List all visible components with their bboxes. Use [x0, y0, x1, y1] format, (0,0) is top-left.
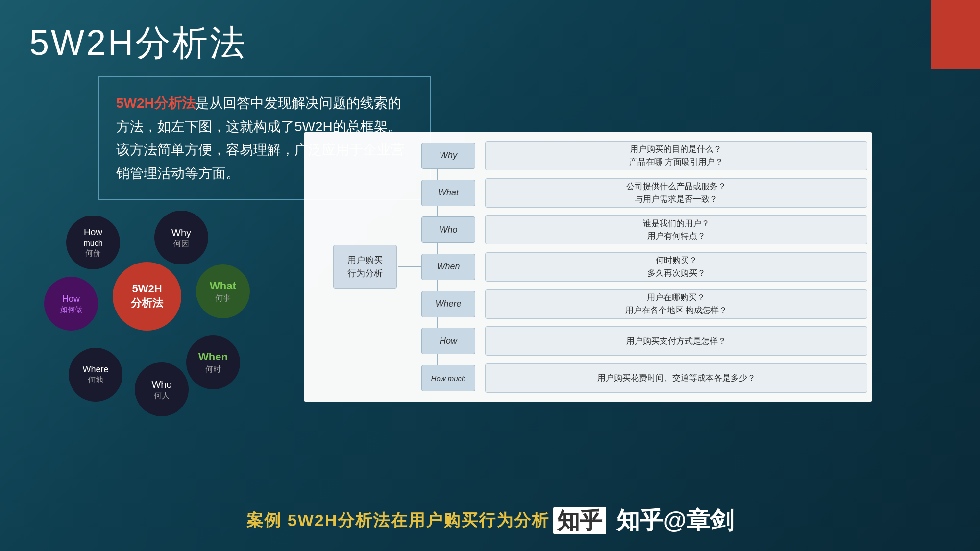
row-why-label: Why [421, 143, 475, 169]
bubble-how: How 如何做 [44, 277, 98, 331]
row-what-content: 公司提供什么产品或服务？与用户需求是否一致？ [485, 178, 867, 208]
row-how-label: How [421, 328, 475, 354]
footer-brand-zh: 知乎 [553, 507, 606, 534]
bubble-center: 5W2H 分析法 [113, 262, 181, 331]
bubble-howmuch-label: How [84, 226, 102, 239]
row-where: Where 用户在哪购买？用户在各个地区 构成怎样？ [421, 287, 867, 321]
row-when-label: When [421, 254, 475, 280]
row-why: Why 用户购买的目的是什么？产品在哪 方面吸引用户？ [421, 139, 867, 172]
bubble-what-label: What [210, 279, 236, 293]
row-who: Who 谁是我们的用户？用户有何特点？ [421, 213, 867, 246]
center-box-line1: 用户购买 [347, 254, 383, 267]
row-where-label: Where [421, 291, 475, 317]
bubble-when: When 何时 [186, 335, 240, 389]
bubble-who-label: Who [151, 378, 172, 391]
bubble-where-sub: 何地 [88, 375, 103, 385]
bubble-why-sub: 何因 [173, 239, 189, 249]
row-what: What 公司提供什么产品或服务？与用户需求是否一致？ [421, 176, 867, 210]
row-who-label: Who [421, 216, 475, 243]
bubble-diagram: How much 何价 Why 何因 What 何事 5W2H 分析法 How … [29, 186, 274, 407]
row-where-content: 用户在哪购买？用户在各个地区 构成怎样？ [485, 289, 867, 319]
footer: 案例 5W2H分析法在用户购买行为分析 知乎 知乎@章剑 [0, 505, 980, 536]
footer-brand: 知乎 知乎@章剑 [553, 505, 733, 536]
footer-text: 案例 5W2H分析法在用户购买行为分析 [246, 509, 549, 532]
description-highlight: 5W2H分析法 [116, 96, 196, 111]
bubble-center-line1: 5W2H [132, 282, 162, 296]
bubble-who: Who 何人 [135, 362, 189, 416]
bubble-howmuch: How much 何价 [66, 216, 120, 269]
footer-brand-at: 知乎@章剑 [616, 507, 734, 533]
center-box-line2: 行为分析 [347, 267, 383, 280]
bubble-when-label: When [198, 350, 228, 364]
bubble-howmuch-sub1: much [83, 239, 102, 249]
center-box: 用户购买 行为分析 [333, 245, 397, 289]
diagram-container: 用户购买 行为分析 Why 用户购买的目的是什么？产品在哪 方面吸引用户？ [304, 132, 872, 402]
diagram-rows: Why 用户购买的目的是什么？产品在哪 方面吸引用户？ What 公司提供什么产… [421, 137, 867, 397]
bubble-where: Where 何地 [69, 348, 122, 402]
row-why-content: 用户购买的目的是什么？产品在哪 方面吸引用户？ [485, 141, 867, 170]
row-how: How 用户购买支付方式是怎样？ [421, 324, 867, 358]
bubble-how-sub: 如何做 [60, 305, 82, 314]
bubble-why: Why 何因 [154, 211, 208, 264]
bubble-what: What 何事 [196, 264, 250, 318]
row-howmuch-label: How much [421, 365, 475, 391]
bubble-what-sub: 何事 [215, 293, 231, 304]
row-when-content: 何时购买？多久再次购买？ [485, 252, 867, 282]
bubble-howmuch-sub2: 何价 [85, 248, 101, 259]
bubble-why-label: Why [172, 226, 191, 239]
row-when: When 何时购买？多久再次购买？ [421, 250, 867, 284]
red-accent [931, 0, 980, 69]
page-title: 5W2H分析法 [29, 20, 247, 67]
bubble-who-sub: 何人 [154, 391, 170, 401]
row-how-content: 用户购买支付方式是怎样？ [485, 326, 867, 356]
row-howmuch: How much 用户购买花费时间、交通等成本各是多少？ [421, 361, 867, 395]
bubble-center-line2: 分析法 [131, 296, 163, 311]
row-what-label: What [421, 180, 475, 206]
row-who-content: 谁是我们的用户？用户有何特点？ [485, 215, 867, 244]
bubble-how-label: How [62, 293, 80, 305]
row-howmuch-content: 用户购买花费时间、交通等成本各是多少？ [485, 363, 867, 393]
bubble-when-sub: 何时 [205, 364, 221, 375]
diagram-inner: 用户购买 行为分析 Why 用户购买的目的是什么？产品在哪 方面吸引用户？ [304, 132, 872, 402]
bubble-where-label: Where [82, 364, 108, 375]
